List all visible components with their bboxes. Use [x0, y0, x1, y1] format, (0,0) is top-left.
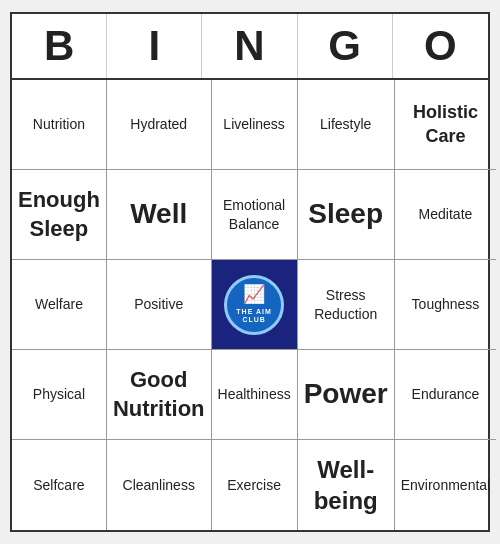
cell-text: Positive	[134, 295, 183, 313]
cell-text: Liveliness	[223, 115, 284, 133]
cell-text: Toughness	[412, 295, 480, 313]
cell-text: Enough Sleep	[18, 186, 100, 243]
bingo-cell: Endurance	[395, 350, 497, 440]
cell-text: Power	[304, 376, 388, 412]
bingo-cell: Enough Sleep	[12, 170, 107, 260]
cell-text: Physical	[33, 385, 85, 403]
cell-text: Stress Reduction	[304, 286, 388, 322]
cell-text: Emotional Balance	[218, 196, 291, 232]
cell-text: Environmental	[401, 476, 491, 494]
bingo-header: B I N G O	[12, 14, 488, 80]
bingo-cell: Good Nutrition	[107, 350, 212, 440]
cell-text: Healthiness	[218, 385, 291, 403]
bingo-cell: Nutrition	[12, 80, 107, 170]
cell-text: Endurance	[412, 385, 480, 403]
bingo-cell: Holistic Care	[395, 80, 497, 170]
letter-o: O	[393, 14, 488, 78]
bingo-cell: Healthiness	[212, 350, 298, 440]
cell-text: Sleep	[308, 196, 383, 232]
bingo-cell: Liveliness	[212, 80, 298, 170]
bingo-cell: Toughness	[395, 260, 497, 350]
cell-text: Good Nutrition	[113, 366, 205, 423]
bingo-cell: Emotional Balance	[212, 170, 298, 260]
bingo-cell: Sleep	[298, 170, 395, 260]
letter-i: I	[107, 14, 202, 78]
bingo-cell: Physical	[12, 350, 107, 440]
cell-text: Well-being	[304, 454, 388, 516]
bingo-cell: 📈 THE AIM CLUB	[212, 260, 298, 350]
free-space-content: 📈 THE AIM CLUB	[216, 264, 293, 345]
bingo-cell: Lifestyle	[298, 80, 395, 170]
bingo-cell: Environmental	[395, 440, 497, 530]
bingo-cell: Hydrated	[107, 80, 212, 170]
aim-text: THE AIM	[236, 308, 272, 316]
cell-text: Cleanliness	[123, 476, 195, 494]
cell-text: Nutrition	[33, 115, 85, 133]
letter-b: B	[12, 14, 107, 78]
bingo-cell: Positive	[107, 260, 212, 350]
bingo-grid: NutritionHydratedLivelinessLifestyleHoli…	[12, 80, 488, 530]
bingo-cell: Cleanliness	[107, 440, 212, 530]
cell-text: Holistic Care	[401, 101, 491, 148]
bingo-cell: Stress Reduction	[298, 260, 395, 350]
logo-circle: 📈 THE AIM CLUB	[224, 275, 284, 335]
bingo-cell: Selfcare	[12, 440, 107, 530]
cell-text: Exercise	[227, 476, 281, 494]
cell-text: Meditate	[419, 205, 473, 223]
cell-text: Welfare	[35, 295, 83, 313]
cell-text: Selfcare	[33, 476, 84, 494]
bingo-card: B I N G O NutritionHydratedLivelinessLif…	[10, 12, 490, 532]
bingo-cell: Well-being	[298, 440, 395, 530]
bingo-cell: Meditate	[395, 170, 497, 260]
cell-text: Well	[130, 196, 187, 232]
bingo-cell: Well	[107, 170, 212, 260]
chart-icon: 📈	[243, 284, 265, 306]
cell-text: Hydrated	[130, 115, 187, 133]
letter-g: G	[298, 14, 393, 78]
bingo-cell: Exercise	[212, 440, 298, 530]
bingo-cell: Welfare	[12, 260, 107, 350]
letter-n: N	[202, 14, 297, 78]
bingo-cell: Power	[298, 350, 395, 440]
club-text: CLUB	[242, 316, 265, 324]
cell-text: Lifestyle	[320, 115, 371, 133]
